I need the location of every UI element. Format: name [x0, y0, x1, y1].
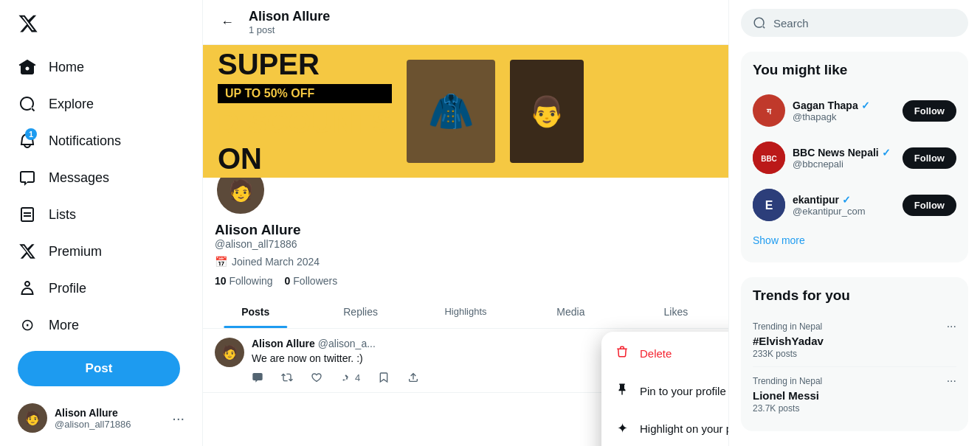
sidebar-home-label: Home — [49, 60, 84, 75]
menu-item-highlight[interactable]: ✦ Highlight on your profile — [601, 410, 729, 446]
right-sidebar: You might like ग Gagan Thapa ✓ @thapagk … — [729, 0, 980, 446]
user-account-footer[interactable]: 🧑 Alison Allure @alison_all71886 ··· — [9, 396, 193, 440]
footer-info: Alison Allure @alison_all71886 — [55, 407, 165, 430]
might-like-item-2: BBC BBC News Nepali ✓ @bbcnepali Follow — [753, 134, 956, 181]
bbc-name: BBC News Nepali ✓ — [793, 147, 895, 158]
trend-count-1: 233K posts — [753, 349, 956, 359]
left-sidebar: Home Explore 1 Notifications Messages Li… — [0, 0, 203, 446]
lists-icon — [18, 205, 37, 224]
sidebar-messages-label: Messages — [49, 170, 109, 186]
footer-name: Alison Allure — [55, 407, 165, 419]
trend-meta-1: Trending in Nepal ··· — [753, 320, 956, 333]
svg-text:ग: ग — [766, 107, 772, 116]
gagan-thapa-handle: @thapagk — [793, 111, 895, 122]
trend-name-1: #ElvishYadav — [753, 335, 956, 347]
sidebar-premium-label: Premium — [49, 244, 102, 259]
search-input[interactable] — [773, 17, 956, 29]
delete-icon — [613, 345, 631, 362]
trend-item-2: Trending in Nepal ··· Lionel Messi 23.7K… — [753, 367, 956, 421]
highlight-icon: ✦ — [613, 420, 631, 436]
home-icon — [18, 58, 37, 77]
gagan-thapa-name: Gagan Thapa ✓ — [793, 100, 895, 111]
account-options-icon[interactable]: ··· — [172, 410, 184, 427]
sidebar-item-premium[interactable]: Premium — [9, 234, 193, 268]
sidebar-more-label: More — [49, 318, 79, 333]
follow-button-3[interactable]: Follow — [903, 195, 956, 216]
sidebar-notifications-label: Notifications — [49, 133, 121, 149]
dropdown-menu: Delete Pin to your profile ✦ Highlight o… — [601, 332, 729, 446]
sidebar-lists-label: Lists — [49, 207, 76, 223]
you-might-like-section: You might like ग Gagan Thapa ✓ @thapagk … — [741, 52, 968, 262]
trend-item-1: Trending in Nepal ··· #ElvishYadav 233K … — [753, 313, 956, 367]
menu-item-delete[interactable]: Delete — [601, 335, 729, 372]
might-like-title: You might like — [753, 62, 956, 78]
might-like-item-3: E ekantipur ✓ @ekantipur_com Follow — [753, 181, 956, 229]
search-icon — [753, 16, 766, 29]
post-button[interactable]: Post — [18, 351, 180, 386]
ekantipur-handle: @ekantipur_com — [793, 206, 895, 217]
menu-item-pin[interactable]: Pin to your profile — [601, 372, 729, 410]
bbc-handle: @bbcnepali — [793, 158, 895, 170]
footer-avatar: 🧑 — [18, 403, 47, 433]
follow-button-1[interactable]: Follow — [903, 100, 956, 122]
gagan-thapa-info: Gagan Thapa ✓ @thapagk — [793, 100, 895, 122]
sidebar-item-profile[interactable]: Profile — [9, 271, 193, 305]
more-icon: ⊙ — [18, 316, 37, 335]
x-logo[interactable] — [9, 6, 193, 44]
show-more-link[interactable]: Show more — [753, 229, 956, 252]
notification-badge: 1 — [25, 128, 37, 140]
messages-icon — [18, 168, 37, 187]
trend-options-1[interactable]: ··· — [947, 320, 956, 333]
follow-button-2[interactable]: Follow — [903, 147, 956, 169]
ekantipur-name: ekantipur ✓ — [793, 194, 895, 206]
svg-text:BBC: BBC — [761, 155, 777, 163]
trend-meta-2: Trending in Nepal ··· — [753, 374, 956, 388]
footer-handle: @alison_all71886 — [55, 419, 165, 430]
ekantipur-avatar: E — [753, 189, 785, 221]
might-like-item-1: ग Gagan Thapa ✓ @thapagk Follow — [753, 87, 956, 134]
sidebar-profile-label: Profile — [49, 281, 86, 296]
premium-icon — [18, 242, 37, 261]
explore-icon — [18, 94, 37, 114]
sidebar-item-more[interactable]: ⊙ More — [9, 308, 193, 342]
trends-section: Trends for you Trending in Nepal ··· #El… — [741, 277, 968, 431]
trends-title: Trends for you — [753, 288, 956, 304]
verified-badge: ✓ — [861, 100, 870, 111]
verified-badge-3: ✓ — [842, 194, 851, 206]
bbc-info: BBC News Nepali ✓ @bbcnepali — [793, 147, 895, 170]
trend-options-2[interactable]: ··· — [947, 374, 956, 388]
main-content: ← Alison Allure 1 post SUPER UP TO 50% O… — [203, 0, 729, 446]
sidebar-item-notifications[interactable]: 1 Notifications — [9, 124, 193, 158]
gagan-thapa-avatar: ग — [753, 94, 785, 127]
sidebar-item-messages[interactable]: Messages — [9, 161, 193, 195]
sidebar-item-explore[interactable]: Explore — [9, 87, 193, 121]
sidebar-explore-label: Explore — [49, 97, 94, 112]
profile-icon — [18, 279, 37, 298]
menu-delete-label: Delete — [640, 347, 672, 360]
trend-name-2: Lionel Messi — [753, 389, 956, 402]
ekantipur-info: ekantipur ✓ @ekantipur_com — [793, 194, 895, 217]
sidebar-item-home[interactable]: Home — [9, 50, 193, 84]
bbc-avatar: BBC — [753, 142, 785, 174]
svg-text:E: E — [765, 199, 773, 212]
trend-count-2: 23.7K posts — [753, 403, 956, 414]
menu-pin-label: Pin to your profile — [640, 385, 726, 397]
sidebar-item-lists[interactable]: Lists — [9, 198, 193, 231]
search-bar[interactable] — [741, 9, 968, 37]
pin-icon — [613, 383, 631, 400]
verified-badge-2: ✓ — [882, 147, 891, 158]
menu-highlight-label: Highlight on your profile — [640, 422, 729, 435]
